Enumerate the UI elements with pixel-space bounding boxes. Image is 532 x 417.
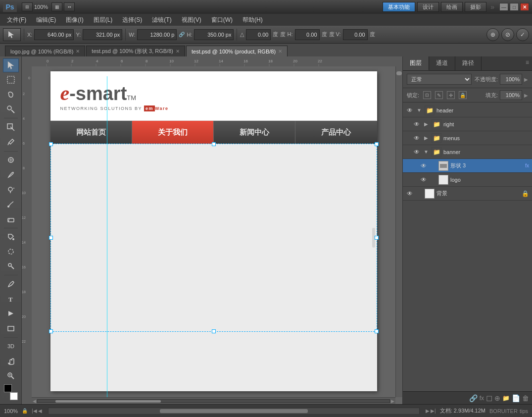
close-btn[interactable]: ✕	[520, 3, 529, 11]
tab-test-product[interactable]: test.psd @ 100% (product, RGB/8) ✕	[186, 46, 288, 56]
add-mask-btn[interactable]: ◻	[486, 393, 492, 403]
v-input[interactable]	[343, 29, 368, 40]
layer-menus-expand[interactable]: ▶	[423, 135, 430, 142]
tool-paint-bucket[interactable]	[3, 230, 19, 244]
mode-photo-btn[interactable]: 摄影	[465, 2, 486, 12]
layer-right-visibility[interactable]: 👁	[413, 120, 421, 128]
layer-logo[interactable]: 👁 ▶ logo	[403, 173, 532, 187]
layer-logo-visibility[interactable]: 👁	[420, 176, 428, 184]
h2-input[interactable]	[295, 29, 320, 40]
tab-logo-close[interactable]: ✕	[76, 49, 80, 54]
menu-select[interactable]: 选择(S)	[117, 14, 147, 26]
scroll-left-arrow[interactable]: ◀	[32, 399, 37, 404]
tool-eyedropper[interactable]	[3, 135, 19, 149]
link-layers-btn[interactable]: 🔗	[469, 394, 478, 402]
tab-shape-close[interactable]: ✕	[176, 49, 180, 54]
w-input[interactable]	[137, 29, 177, 40]
layer-menus-visibility[interactable]: 👁	[413, 134, 421, 142]
tab-logo[interactable]: logo.jpg @ 100% (RGB/8) ✕	[5, 46, 85, 56]
layer-shape3-expand[interactable]: ▶	[430, 162, 436, 169]
menu-image[interactable]: 图像(I)	[61, 14, 88, 26]
scroll-vertical[interactable]	[395, 66, 402, 397]
layer-background[interactable]: 👁 ▶ 背景 🔒	[403, 187, 532, 201]
view-icon-2[interactable]: ▦	[51, 2, 62, 11]
menu-file[interactable]: 文件(F)	[2, 14, 31, 26]
tool-shape[interactable]	[3, 321, 19, 335]
scroll-h-track[interactable]	[37, 399, 390, 403]
page-prev-btn[interactable]: ◀	[38, 408, 42, 414]
page-first-btn[interactable]: |◀	[32, 408, 37, 414]
panel-menu-btn[interactable]: ≡	[523, 56, 532, 70]
layer-header-expand[interactable]: ▼	[416, 107, 423, 114]
add-style-btn[interactable]: fx	[480, 395, 484, 402]
tool-lasso[interactable]	[3, 88, 19, 102]
toolbar-icon-confirm[interactable]: ✓	[516, 28, 529, 41]
x-input[interactable]	[34, 29, 74, 40]
menu-help[interactable]: 帮助(H)	[238, 14, 268, 26]
mode-paint-btn[interactable]: 绘画	[441, 2, 463, 12]
tool-text[interactable]: T	[3, 292, 19, 306]
lock-transparent-btn[interactable]: ⊡	[423, 91, 431, 99]
layer-header-folder[interactable]: 👁 ▼ 📁 header	[403, 104, 532, 117]
h-input[interactable]	[194, 29, 234, 40]
layer-shape3-visibility[interactable]: 👁	[420, 162, 428, 170]
mode-basic-btn[interactable]: 基本功能	[383, 2, 415, 12]
page-last-btn[interactable]: ▶|	[431, 408, 436, 414]
menu-edit[interactable]: 编辑(E)	[31, 14, 61, 26]
layer-menus-folder[interactable]: 👁 ▶ 📁 menus	[403, 131, 532, 145]
tool-brush[interactable]	[3, 168, 19, 182]
fill-arrow[interactable]: ▶	[524, 93, 528, 98]
fill-input[interactable]	[500, 90, 522, 100]
tool-blur[interactable]	[3, 245, 19, 259]
menu-layer[interactable]: 图层(L)	[89, 14, 118, 26]
lock-all-btn[interactable]: 🔒	[459, 91, 467, 99]
nav-product[interactable]: 产品中心	[295, 121, 377, 144]
nav-about[interactable]: 关于我们	[132, 121, 214, 144]
nav-home[interactable]: 网站首页	[50, 121, 132, 144]
layer-shape3[interactable]: 👁 ▶ 形状 3 fx	[403, 159, 532, 173]
lock-position-btn[interactable]: ✛	[447, 91, 455, 99]
mode-design-btn[interactable]: 设计	[417, 2, 439, 12]
angle-input[interactable]	[246, 29, 271, 40]
opacity-arrow[interactable]: ▶	[524, 77, 528, 82]
tab-layers[interactable]: 图层	[403, 56, 429, 70]
tool-magic-wand[interactable]	[3, 103, 19, 116]
nav-news[interactable]: 新闻中心	[214, 121, 295, 144]
toolbar-icon-cancel[interactable]: ⊘	[501, 28, 514, 41]
add-group-btn[interactable]: 📁	[502, 395, 510, 402]
layer-banner-folder[interactable]: 👁 ▼ 📁 banner	[403, 145, 532, 159]
opacity-input[interactable]	[500, 74, 522, 85]
tool-path-select[interactable]	[3, 307, 19, 320]
tab-channels[interactable]: 通道	[429, 56, 455, 70]
menu-filter[interactable]: 滤镜(T)	[147, 14, 176, 26]
scroll-right-arrow[interactable]: ▶	[390, 399, 395, 404]
background-color[interactable]	[10, 392, 18, 400]
tab-paths[interactable]: 路径	[455, 56, 482, 70]
layer-banner-expand[interactable]: ▼	[423, 149, 430, 156]
scroll-horizontal[interactable]: ◀ ▶	[32, 397, 395, 404]
lock-image-btn[interactable]: ✎	[435, 91, 443, 99]
tool-hand[interactable]	[3, 354, 19, 368]
blend-mode-select[interactable]: 正常	[407, 74, 472, 85]
color-swatches[interactable]	[3, 384, 19, 400]
add-adjustment-btn[interactable]: ⊕	[494, 394, 500, 402]
page-next-btn[interactable]: ▶	[426, 408, 430, 414]
foreground-color[interactable]	[4, 384, 12, 392]
select-tool-btn[interactable]	[3, 28, 21, 41]
menu-window[interactable]: 窗口(W)	[206, 14, 238, 26]
maximize-btn[interactable]: □	[510, 3, 519, 11]
y-input[interactable]	[83, 29, 122, 40]
tool-history-brush[interactable]	[3, 197, 19, 211]
tab-test-shape[interactable]: test.psd @ 100% (形状 3, RGB/8) ✕	[86, 46, 185, 56]
layer-banner-visibility[interactable]: 👁	[413, 148, 421, 156]
tool-selection[interactable]	[3, 58, 19, 72]
tool-3d[interactable]: 3D	[3, 340, 19, 354]
tool-spot-heal[interactable]	[3, 154, 19, 167]
layer-right-expand[interactable]: ▶	[423, 121, 430, 128]
tool-marquee[interactable]	[3, 73, 19, 87]
tool-zoom[interactable]	[3, 369, 19, 383]
layer-logo-expand[interactable]: ▶	[430, 176, 436, 183]
zoom-lock-icon[interactable]: 🔒	[22, 408, 28, 414]
tab-product-close[interactable]: ✕	[278, 49, 282, 54]
tool-eraser[interactable]	[3, 212, 19, 226]
